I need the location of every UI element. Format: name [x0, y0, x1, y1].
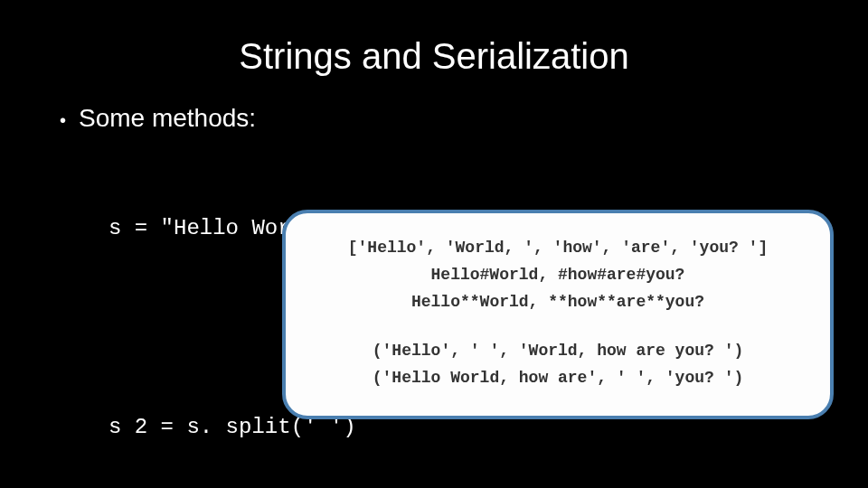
bullet-text: Some methods: — [79, 104, 256, 133]
slide-title: Strings and Serialization — [54, 36, 814, 77]
output-line: Hello**World, **how**are**you? — [309, 293, 807, 311]
output-line: ['Hello', 'World, ', 'how', 'are', 'you?… — [309, 239, 807, 257]
output-line: Hello#World, #how#are#you? — [309, 266, 807, 284]
slide: Strings and Serialization • Some methods… — [0, 0, 868, 488]
bullet-dot-icon: • — [60, 108, 66, 133]
output-line: ('Hello', ' ', 'World, how are you? ') — [309, 342, 807, 360]
output-callout: ['Hello', 'World, ', 'how', 'are', 'you?… — [282, 210, 834, 419]
bullet-item: • Some methods: — [54, 104, 814, 133]
output-line: ('Hello World, how are', ' ', 'you? ') — [309, 369, 807, 387]
